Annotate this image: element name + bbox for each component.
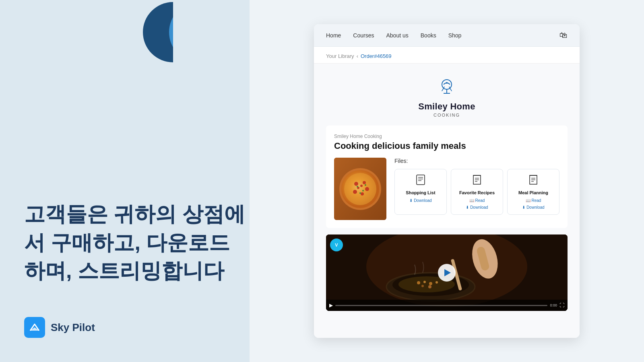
file-card-shopping-list: Shopping List ⬇ Download [394,169,447,215]
skypilot-label: Sky Pilot [51,321,95,334]
product-section: Smiley Home Cooking Cooking delicious fa… [326,125,568,228]
svg-point-15 [361,192,364,195]
video-section[interactable]: V ▶ 0:00 ⛶ [326,234,568,311]
svg-point-21 [359,192,361,194]
left-panel: 고객들은 귀하의 상점에 서 구매하고, 다운로드 하며, 스트리밍합니다 Sk… [0,0,250,362]
favorite-recipes-read[interactable]: 📖 Read [469,198,485,203]
nav-shop[interactable]: Shop [448,31,462,40]
nav-home[interactable]: Home [326,31,341,40]
svg-point-20 [362,190,364,191]
breadcrumb-order-link[interactable]: Order#46569 [361,53,392,59]
pizza-photo [334,158,386,220]
brand-icon [436,76,458,98]
svg-point-39 [423,281,426,283]
svg-point-12 [354,182,358,186]
right-panel: Home Courses About us Books Shop 🛍 Your … [250,0,644,362]
svg-point-14 [365,187,369,191]
files-grid: Shopping List ⬇ Download [394,169,559,215]
product-image [334,158,386,220]
svg-point-22 [365,184,366,186]
svg-rect-23 [417,175,425,185]
play-button[interactable] [438,264,456,282]
brand-subtitle: COOKING [433,113,460,117]
browser-window: Home Courses About us Books Shop 🛍 Your … [314,24,580,338]
svg-rect-2 [173,2,237,62]
svg-point-42 [421,285,424,287]
svg-point-3 [442,80,452,89]
svg-point-43 [428,285,431,288]
meal-planning-actions: 📖 Read ⬇ Download [522,198,544,210]
nav-about[interactable]: About us [386,31,409,40]
skypilot-logo-icon [24,317,45,338]
svg-point-11 [344,173,376,205]
cart-icon[interactable]: 🛍 [559,31,568,40]
shopping-list-icon [416,174,425,188]
video-fullscreen-ctrl[interactable]: ⛶ [559,302,564,308]
product-publisher: Smiley Home Cooking [334,134,559,139]
favorite-recipes-actions: 📖 Read ⬇ Download [466,198,488,210]
meal-planning-read[interactable]: 📖 Read [526,198,541,203]
brand-title: Smiley Home [418,101,475,112]
nav-books[interactable]: Books [421,31,436,40]
breadcrumb-library-link[interactable]: Your Library [326,53,354,59]
korean-headline: 고객들은 귀하의 상점에 서 구매하고, 다운로드 하며, 스트리밍합니다 [24,200,250,285]
favorite-recipes-icon [472,174,482,188]
svg-point-38 [417,281,420,284]
nav-courses[interactable]: Courses [353,31,374,40]
meal-planning-download[interactable]: ⬇ Download [522,205,544,210]
play-triangle-icon [444,269,451,276]
file-card-meal-planning: Meal Planning 📖 Read ⬇ Download [507,169,559,215]
video-time: 0:00 [550,303,557,307]
svg-point-41 [436,281,438,284]
shopping-list-name: Shopping List [406,190,435,195]
svg-point-19 [357,186,358,187]
navbar: Home Courses About us Books Shop 🛍 [314,24,580,47]
favorite-recipes-download[interactable]: ⬇ Download [466,205,488,210]
vimeo-badge: V [330,239,343,251]
meal-planning-icon [528,174,538,188]
svg-point-13 [363,181,366,184]
files-label: Files: [394,158,559,164]
breadcrumb-chevron-icon: ‹ [357,53,358,59]
video-controls: ▶ 0:00 ⛶ [326,300,568,311]
product-title: Cooking delicious family meals [334,141,559,151]
file-card-favorite-recipes: Favorite Recipes 📖 Read ⬇ Download [451,169,503,215]
files-section: Files: [394,158,559,220]
logo-decoration [133,0,237,64]
skypilot-brand: Sky Pilot [24,317,250,338]
svg-point-16 [353,190,357,194]
favorite-recipes-name: Favorite Recipes [459,190,495,195]
svg-point-6 [446,82,448,84]
content-area: Smiley Home COOKING Smiley Home Cooking … [314,64,580,338]
product-body: Files: [334,158,559,220]
video-progress-bar[interactable] [335,305,547,306]
svg-point-18 [360,185,363,187]
meal-planning-name: Meal Planning [518,190,548,195]
shopping-list-download[interactable]: ⬇ Download [409,198,431,203]
shopping-list-actions: ⬇ Download [409,198,431,203]
svg-point-40 [429,282,432,285]
breadcrumb: Your Library ‹ Order#46569 [314,47,580,64]
video-play-ctrl[interactable]: ▶ [329,302,333,308]
brand-header: Smiley Home COOKING [326,72,568,125]
